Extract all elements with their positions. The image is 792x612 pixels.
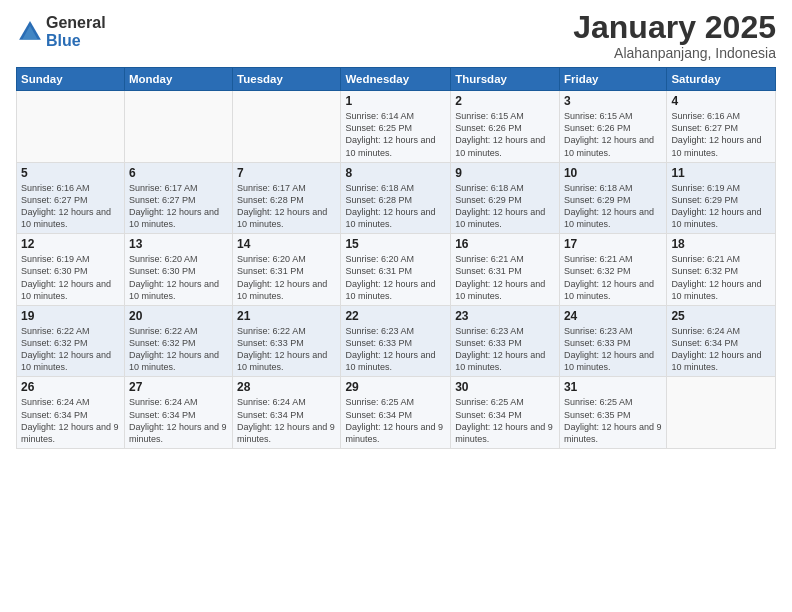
day-info: Sunrise: 6:20 AMSunset: 6:31 PMDaylight:… (345, 253, 446, 302)
calendar-cell: 2Sunrise: 6:15 AMSunset: 6:26 PMDaylight… (451, 91, 560, 163)
day-info: Sunrise: 6:24 AMSunset: 6:34 PMDaylight:… (129, 396, 228, 445)
day-number: 24 (564, 309, 662, 323)
day-number: 19 (21, 309, 120, 323)
calendar-cell: 5Sunrise: 6:16 AMSunset: 6:27 PMDaylight… (17, 162, 125, 234)
day-info: Sunrise: 6:18 AMSunset: 6:29 PMDaylight:… (455, 182, 555, 231)
day-number: 29 (345, 380, 446, 394)
day-info: Sunrise: 6:23 AMSunset: 6:33 PMDaylight:… (455, 325, 555, 374)
day-info: Sunrise: 6:24 AMSunset: 6:34 PMDaylight:… (671, 325, 771, 374)
logo-text: General Blue (46, 14, 106, 49)
day-info: Sunrise: 6:20 AMSunset: 6:31 PMDaylight:… (237, 253, 336, 302)
day-info: Sunrise: 6:19 AMSunset: 6:29 PMDaylight:… (671, 182, 771, 231)
weekday-header-thursday: Thursday (451, 68, 560, 91)
day-info: Sunrise: 6:16 AMSunset: 6:27 PMDaylight:… (21, 182, 120, 231)
title-block: January 2025 Alahanpanjang, Indonesia (573, 10, 776, 61)
day-number: 10 (564, 166, 662, 180)
day-info: Sunrise: 6:21 AMSunset: 6:32 PMDaylight:… (671, 253, 771, 302)
day-info: Sunrise: 6:18 AMSunset: 6:28 PMDaylight:… (345, 182, 446, 231)
day-number: 1 (345, 94, 446, 108)
calendar-cell (17, 91, 125, 163)
day-number: 9 (455, 166, 555, 180)
calendar-week-1: 1Sunrise: 6:14 AMSunset: 6:25 PMDaylight… (17, 91, 776, 163)
day-number: 8 (345, 166, 446, 180)
page-header: General Blue January 2025 Alahanpanjang,… (16, 10, 776, 61)
calendar-week-4: 19Sunrise: 6:22 AMSunset: 6:32 PMDayligh… (17, 305, 776, 377)
calendar-cell: 15Sunrise: 6:20 AMSunset: 6:31 PMDayligh… (341, 234, 451, 306)
calendar-cell (124, 91, 232, 163)
calendar-week-5: 26Sunrise: 6:24 AMSunset: 6:34 PMDayligh… (17, 377, 776, 449)
calendar-cell (667, 377, 776, 449)
weekday-header-monday: Monday (124, 68, 232, 91)
day-number: 4 (671, 94, 771, 108)
calendar-page: General Blue January 2025 Alahanpanjang,… (0, 0, 792, 612)
day-number: 28 (237, 380, 336, 394)
calendar-cell: 22Sunrise: 6:23 AMSunset: 6:33 PMDayligh… (341, 305, 451, 377)
day-number: 27 (129, 380, 228, 394)
calendar-cell: 13Sunrise: 6:20 AMSunset: 6:30 PMDayligh… (124, 234, 232, 306)
calendar-cell: 23Sunrise: 6:23 AMSunset: 6:33 PMDayligh… (451, 305, 560, 377)
day-number: 13 (129, 237, 228, 251)
day-info: Sunrise: 6:17 AMSunset: 6:28 PMDaylight:… (237, 182, 336, 231)
day-number: 12 (21, 237, 120, 251)
day-info: Sunrise: 6:22 AMSunset: 6:32 PMDaylight:… (129, 325, 228, 374)
calendar-cell: 21Sunrise: 6:22 AMSunset: 6:33 PMDayligh… (233, 305, 341, 377)
calendar-cell: 9Sunrise: 6:18 AMSunset: 6:29 PMDaylight… (451, 162, 560, 234)
day-info: Sunrise: 6:21 AMSunset: 6:32 PMDaylight:… (564, 253, 662, 302)
day-number: 17 (564, 237, 662, 251)
month-title: January 2025 (573, 10, 776, 45)
calendar-cell: 25Sunrise: 6:24 AMSunset: 6:34 PMDayligh… (667, 305, 776, 377)
day-number: 7 (237, 166, 336, 180)
day-info: Sunrise: 6:22 AMSunset: 6:33 PMDaylight:… (237, 325, 336, 374)
logo: General Blue (16, 14, 106, 49)
day-number: 3 (564, 94, 662, 108)
day-number: 23 (455, 309, 555, 323)
day-number: 26 (21, 380, 120, 394)
calendar-cell: 30Sunrise: 6:25 AMSunset: 6:34 PMDayligh… (451, 377, 560, 449)
day-info: Sunrise: 6:17 AMSunset: 6:27 PMDaylight:… (129, 182, 228, 231)
day-number: 6 (129, 166, 228, 180)
calendar-cell: 26Sunrise: 6:24 AMSunset: 6:34 PMDayligh… (17, 377, 125, 449)
day-number: 21 (237, 309, 336, 323)
calendar-cell: 28Sunrise: 6:24 AMSunset: 6:34 PMDayligh… (233, 377, 341, 449)
weekday-header-tuesday: Tuesday (233, 68, 341, 91)
day-info: Sunrise: 6:22 AMSunset: 6:32 PMDaylight:… (21, 325, 120, 374)
day-number: 11 (671, 166, 771, 180)
calendar-cell: 8Sunrise: 6:18 AMSunset: 6:28 PMDaylight… (341, 162, 451, 234)
day-info: Sunrise: 6:19 AMSunset: 6:30 PMDaylight:… (21, 253, 120, 302)
day-info: Sunrise: 6:24 AMSunset: 6:34 PMDaylight:… (237, 396, 336, 445)
calendar-cell: 6Sunrise: 6:17 AMSunset: 6:27 PMDaylight… (124, 162, 232, 234)
day-info: Sunrise: 6:16 AMSunset: 6:27 PMDaylight:… (671, 110, 771, 159)
logo-icon (16, 18, 44, 46)
calendar-week-3: 12Sunrise: 6:19 AMSunset: 6:30 PMDayligh… (17, 234, 776, 306)
calendar-cell: 31Sunrise: 6:25 AMSunset: 6:35 PMDayligh… (559, 377, 666, 449)
day-info: Sunrise: 6:23 AMSunset: 6:33 PMDaylight:… (345, 325, 446, 374)
day-info: Sunrise: 6:24 AMSunset: 6:34 PMDaylight:… (21, 396, 120, 445)
day-number: 25 (671, 309, 771, 323)
calendar-cell: 11Sunrise: 6:19 AMSunset: 6:29 PMDayligh… (667, 162, 776, 234)
day-number: 30 (455, 380, 555, 394)
calendar-table: SundayMondayTuesdayWednesdayThursdayFrid… (16, 67, 776, 449)
weekday-header-wednesday: Wednesday (341, 68, 451, 91)
weekday-header-saturday: Saturday (667, 68, 776, 91)
logo-blue: Blue (46, 32, 106, 50)
calendar-cell: 14Sunrise: 6:20 AMSunset: 6:31 PMDayligh… (233, 234, 341, 306)
day-info: Sunrise: 6:18 AMSunset: 6:29 PMDaylight:… (564, 182, 662, 231)
calendar-cell: 3Sunrise: 6:15 AMSunset: 6:26 PMDaylight… (559, 91, 666, 163)
day-number: 16 (455, 237, 555, 251)
day-info: Sunrise: 6:15 AMSunset: 6:26 PMDaylight:… (564, 110, 662, 159)
calendar-cell: 4Sunrise: 6:16 AMSunset: 6:27 PMDaylight… (667, 91, 776, 163)
day-info: Sunrise: 6:23 AMSunset: 6:33 PMDaylight:… (564, 325, 662, 374)
day-number: 15 (345, 237, 446, 251)
calendar-cell: 19Sunrise: 6:22 AMSunset: 6:32 PMDayligh… (17, 305, 125, 377)
calendar-cell: 24Sunrise: 6:23 AMSunset: 6:33 PMDayligh… (559, 305, 666, 377)
calendar-cell: 20Sunrise: 6:22 AMSunset: 6:32 PMDayligh… (124, 305, 232, 377)
calendar-cell: 17Sunrise: 6:21 AMSunset: 6:32 PMDayligh… (559, 234, 666, 306)
day-info: Sunrise: 6:21 AMSunset: 6:31 PMDaylight:… (455, 253, 555, 302)
calendar-cell: 18Sunrise: 6:21 AMSunset: 6:32 PMDayligh… (667, 234, 776, 306)
day-info: Sunrise: 6:15 AMSunset: 6:26 PMDaylight:… (455, 110, 555, 159)
day-info: Sunrise: 6:14 AMSunset: 6:25 PMDaylight:… (345, 110, 446, 159)
day-info: Sunrise: 6:25 AMSunset: 6:34 PMDaylight:… (455, 396, 555, 445)
weekday-header-sunday: Sunday (17, 68, 125, 91)
calendar-cell: 1Sunrise: 6:14 AMSunset: 6:25 PMDaylight… (341, 91, 451, 163)
calendar-cell: 7Sunrise: 6:17 AMSunset: 6:28 PMDaylight… (233, 162, 341, 234)
